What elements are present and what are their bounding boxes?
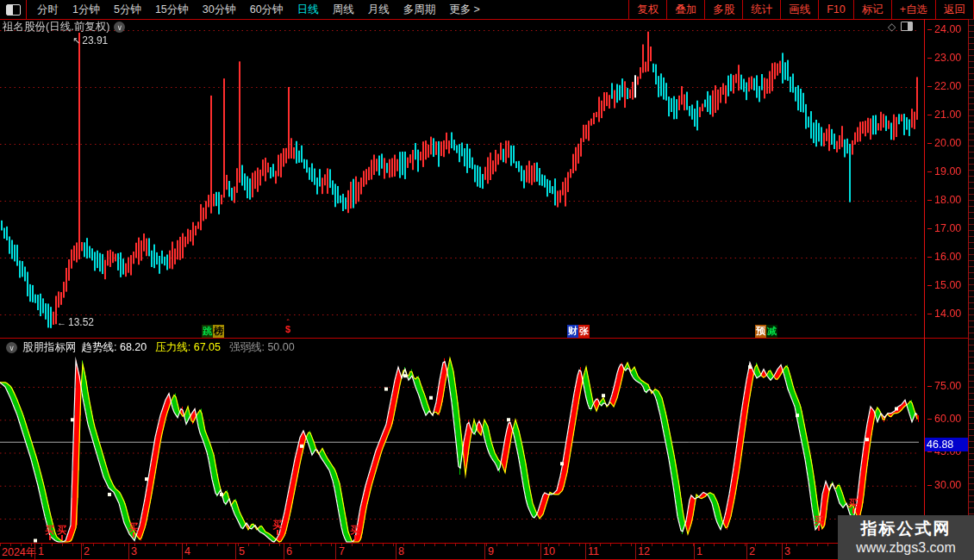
month-label: 5 [239,545,245,557]
toolbar-action-7[interactable]: +自选 [891,0,935,19]
arrow-icon: ← [57,317,66,327]
arrow-icon: ↖ [72,35,80,47]
toolbar-action-6[interactable]: 标记 [853,0,891,19]
buy-marker: 买 [55,526,69,540]
corner-icons: ◇ [888,22,913,31]
price-tick: 20.00 [927,137,971,149]
month-label: 12 [638,545,650,557]
diamond-icon[interactable]: ◇ [888,22,896,31]
toolbar-action-8[interactable]: 返回 [935,0,973,19]
toolbar-item-10[interactable]: 更多 > [442,3,487,17]
indicator-chart[interactable] [0,353,919,544]
event-marker: 跳榜 [202,325,224,338]
toolbar: 分时1分钟5分钟15分钟30分钟60分钟日线周线月线多周期更多 > 复权叠加多股… [0,0,974,20]
year-label: 2024年 [2,545,36,560]
month-separator [484,544,485,559]
month-label: 3 [784,545,790,557]
watermark-title: 指标公式网 [861,519,952,539]
price-tick: 19.00 [927,165,971,177]
buy-marker: 买 [812,516,826,531]
toolbar-action-1[interactable]: 叠加 [666,0,704,19]
toolbar-item-5[interactable]: 60分钟 [243,3,290,17]
price-tick: 23.00 [927,52,971,64]
toolbar-item-4[interactable]: 30分钟 [196,3,243,17]
chevron-down-icon[interactable]: ∨ [114,22,125,33]
current-value-badge: 46.88 [925,438,969,451]
month-label: 3 [131,545,137,557]
month-label: 8 [398,545,404,557]
split-window-icon[interactable] [901,22,913,31]
month-separator [81,544,82,559]
indicator-tick: 30.00 [927,479,971,491]
month-separator [694,544,695,559]
toolbar-action-4[interactable]: 画线 [780,0,818,19]
toolbar-item-9[interactable]: 多周期 [396,3,443,17]
toolbar-item-2[interactable]: 5分钟 [107,3,148,17]
high-annotation: ↖ 23.91 [72,34,108,47]
month-separator [284,544,284,559]
toolbar-action-0[interactable]: 复权 [628,0,666,19]
month-label: 1 [696,545,702,557]
month-separator [540,544,541,559]
toolbar-item-1[interactable]: 1分钟 [66,3,107,17]
buy-marker: 买 [348,526,362,540]
month-label: 1 [38,545,44,557]
month-label: 6 [286,545,292,557]
toolbar-item-0[interactable]: 分时 [30,3,66,17]
toolbar-item-3[interactable]: 15分钟 [148,3,196,17]
month-label: 4 [184,545,190,557]
date-axis: 2024年 123456789101112123 [0,543,924,560]
event-marker: 预减 [755,325,777,338]
toolbar-item-7[interactable]: 周线 [326,3,361,17]
page-title[interactable]: 祖名股份(日线.前复权) [3,20,109,34]
month-label: 2 [749,545,755,557]
month-label: 9 [488,545,494,557]
month-separator [335,544,336,559]
toolbar-action-3[interactable]: 统计 [742,0,780,19]
month-separator [585,544,586,559]
month-label: 7 [339,545,345,557]
toolbar-item-6[interactable]: 日线 [290,3,326,17]
toolbar-item-8[interactable]: 月线 [361,3,396,17]
price-tick: 14.00 [927,308,971,320]
price-axis-line [924,19,925,558]
buy-marker: 买 [271,520,284,535]
legend-item-2: 强弱线: 50.00 [229,340,295,355]
toolbar-actions-group: 复权叠加多股统计画线F10标记+自选返回 [628,0,974,19]
price-tick: 22.00 [927,80,971,92]
indicator-tick: 60.00 [927,413,971,425]
toolbar-action-5[interactable]: F10 [818,0,853,19]
indicator-header: ∨ 股朋指标网 趋势线: 68.20压力线: 67.05强弱线: 50.00 [2,341,295,354]
indicator-tick: 75.00 [927,380,971,392]
price-tick: 15.00 [927,279,971,291]
month-separator [182,544,183,559]
window-icon[interactable] [6,4,21,16]
event-marker: 财张 [567,325,590,338]
divider [26,0,27,19]
month-label: 2 [84,545,90,557]
month-label: 10 [543,545,555,557]
price-tick: 17.00 [927,222,971,234]
watermark-url: www.zbgs3.com [856,539,956,557]
month-label: 11 [588,545,599,557]
right-edge-strip [968,19,974,515]
indicator-legend: 趋势线: 68.20压力线: 67.05强弱线: 50.00 [82,340,295,355]
candlestick-chart[interactable] [0,24,919,338]
month-separator [635,544,636,559]
month-separator [34,544,35,559]
price-tick: 24.00 [927,23,971,35]
title-bar: 祖名股份(日线.前复权) ∨ [3,21,125,34]
legend-item-1: 压力线: 67.05 [155,340,221,355]
toolbar-action-2[interactable]: 多股 [704,0,742,19]
price-tick: 21.00 [927,109,971,121]
low-annotation: ← 13.52 [57,316,94,328]
month-separator [746,544,747,559]
buy-marker: 买 [127,523,140,538]
month-separator [782,544,783,559]
watermark: 指标公式网 www.zbgs3.com [838,515,974,560]
buy-marker: 买 [846,499,860,513]
chevron-down-icon[interactable]: ∨ [6,342,17,353]
dollar-marker: ˆ$ [284,320,291,333]
month-separator [128,544,129,559]
price-tick: 16.00 [927,251,971,263]
